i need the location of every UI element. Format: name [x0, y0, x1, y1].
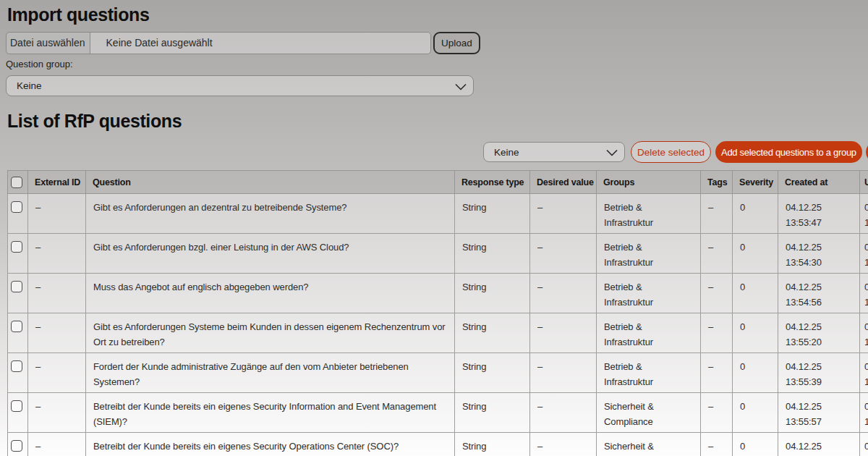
table-header-row: External ID Question Response type Desir…	[8, 171, 868, 194]
cell-updated-at: 04.12.2513:54:56	[860, 274, 868, 313]
list-toolbar: Keine Delete selected Add selected quest…	[483, 141, 868, 163]
cell-updated-at: 04.12.2513:54:30	[860, 234, 868, 274]
cell-external-id: –	[28, 274, 86, 313]
cell-question: Gibt es Anforderungen bzgl. einer Leistu…	[86, 234, 455, 274]
cell-question: Gibt es Anforderungen Systeme beim Kunde…	[86, 313, 455, 353]
cell-updated-at: 04.12.2513:53:47	[860, 194, 868, 234]
cell-desired-value: –	[530, 234, 597, 274]
upload-button[interactable]: Upload	[433, 32, 480, 54]
col-severity: Severity	[733, 171, 778, 194]
row-checkbox[interactable]	[11, 201, 22, 213]
table-row: –Gibt es Anforderungen Systeme beim Kund…	[8, 313, 868, 353]
cell-external-id: –	[28, 353, 86, 393]
cell-question: Betreibt der Kunde bereits ein eigenes S…	[86, 393, 455, 433]
table-row: –Gibt es Anforderungen bzgl. einer Leist…	[8, 234, 868, 274]
row-checkbox[interactable]	[11, 400, 22, 412]
cell-created-at: 04.12.2513:54:56	[778, 274, 860, 313]
cell-tags: –	[701, 353, 733, 393]
cell-question: Fordert der Kunde administrative Zugänge…	[86, 353, 455, 393]
row-checkbox-cell	[8, 194, 28, 234]
row-checkbox-cell	[8, 274, 28, 313]
list-title: List of RfP questions	[0, 111, 868, 131]
cell-desired-value: –	[530, 313, 597, 353]
table-row: –Betreibt der Kunde bereits ein eigenes …	[8, 393, 868, 433]
cell-groups: Sicherheit & Compliance	[597, 393, 701, 433]
table-row: –Betreibt der Kunde bereits ein eigenes …	[8, 433, 868, 456]
import-questions-title: Import questions	[0, 0, 868, 25]
cell-external-id: –	[28, 313, 86, 353]
cell-question: Gibt es Anforderungen an dezentral zu be…	[86, 194, 455, 234]
col-created-at: Created at	[778, 171, 860, 194]
question-group-select[interactable]: Keine	[6, 75, 474, 96]
table-row: –Muss das Angebot auf englisch abgegeben…	[8, 274, 868, 313]
cell-response-type: String	[455, 194, 530, 234]
chevron-down-icon	[455, 84, 467, 90]
table-row: –Gibt es Anforderungen an dezentral zu b…	[8, 194, 868, 234]
cell-tags: –	[701, 234, 733, 274]
cell-groups: Betrieb & Infrastruktur	[597, 313, 701, 353]
row-checkbox-cell	[8, 313, 28, 353]
cell-severity: 0	[733, 274, 778, 313]
cell-created-at: 04.12.25	[778, 433, 860, 456]
cell-severity: 0	[733, 234, 778, 274]
cell-desired-value: –	[530, 433, 597, 456]
cell-created-at: 04.12.2513:55:39	[778, 353, 860, 393]
cell-response-type: String	[455, 353, 530, 393]
col-question: Question	[86, 171, 455, 194]
add-to-group-button[interactable]: Add selected questions to a group	[715, 141, 862, 163]
cell-severity: 0	[733, 353, 778, 393]
choose-file-button[interactable]: Datei auswählen	[7, 33, 90, 54]
row-checkbox[interactable]	[11, 281, 22, 292]
question-group-label: Question group:	[6, 59, 868, 69]
cell-external-id: –	[28, 234, 86, 274]
file-input[interactable]: Datei auswählen Keine Datei ausgewählt	[6, 32, 431, 54]
question-group-select-value: Keine	[7, 76, 473, 96]
cell-desired-value: –	[530, 194, 597, 234]
cell-question: Betreibt der Kunde bereits ein eigenes S…	[86, 433, 455, 456]
file-upload-row: Datei auswählen Keine Datei ausgewählt U…	[6, 32, 868, 54]
cell-updated-at: 04.12.2513:55:57	[860, 393, 868, 433]
cell-external-id: –	[28, 393, 86, 433]
cell-external-id: –	[28, 194, 86, 234]
cell-severity: 0	[733, 393, 778, 433]
cell-created-at: 04.12.2513:54:30	[778, 234, 860, 274]
cell-tags: –	[701, 393, 733, 433]
cell-external-id: –	[28, 433, 86, 456]
cell-updated-at: 04.12.25	[860, 433, 868, 456]
row-checkbox-cell	[8, 353, 28, 393]
cell-response-type: String	[455, 393, 530, 433]
col-tags: Tags	[701, 171, 733, 194]
col-response-type: Response type	[455, 171, 530, 194]
cell-updated-at: 04.12.2513:55:20	[860, 313, 868, 353]
cell-tags: –	[701, 194, 733, 234]
row-checkbox[interactable]	[11, 360, 22, 372]
cell-severity: 0	[733, 433, 778, 456]
table-row: –Fordert der Kunde administrative Zugäng…	[8, 353, 868, 393]
row-checkbox[interactable]	[11, 321, 22, 332]
cell-updated-at: 04.12.2513:55:39	[860, 353, 868, 393]
chevron-down-icon	[606, 150, 618, 156]
row-checkbox-cell	[8, 393, 28, 433]
col-groups: Groups	[597, 171, 701, 194]
cell-created-at: 04.12.2513:55:20	[778, 313, 860, 353]
cell-groups: Betrieb & Infrastruktur	[597, 234, 701, 274]
cell-desired-value: –	[530, 274, 597, 313]
cell-groups: Betrieb & Infrastruktur	[597, 194, 701, 234]
cell-desired-value: –	[530, 393, 597, 433]
col-desired-value: Desired value	[530, 171, 597, 194]
row-checkbox[interactable]	[11, 241, 22, 253]
cell-severity: 0	[733, 194, 778, 234]
col-external-id: External ID	[28, 171, 86, 194]
cell-question: Muss das Angebot auf englisch abgegeben …	[86, 274, 455, 313]
cell-tags: –	[701, 313, 733, 353]
group-filter-select[interactable]: Keine	[483, 142, 625, 162]
delete-selected-button[interactable]: Delete selected	[631, 141, 711, 163]
cell-created-at: 04.12.2513:53:47	[778, 194, 860, 234]
cell-response-type: String	[455, 313, 530, 353]
cell-response-type: String	[455, 234, 530, 274]
select-all-checkbox[interactable]	[11, 177, 22, 188]
col-updated-at: Updated at	[860, 171, 868, 194]
row-checkbox[interactable]	[11, 440, 22, 452]
row-checkbox-cell	[8, 433, 28, 456]
cell-desired-value: –	[530, 353, 597, 393]
